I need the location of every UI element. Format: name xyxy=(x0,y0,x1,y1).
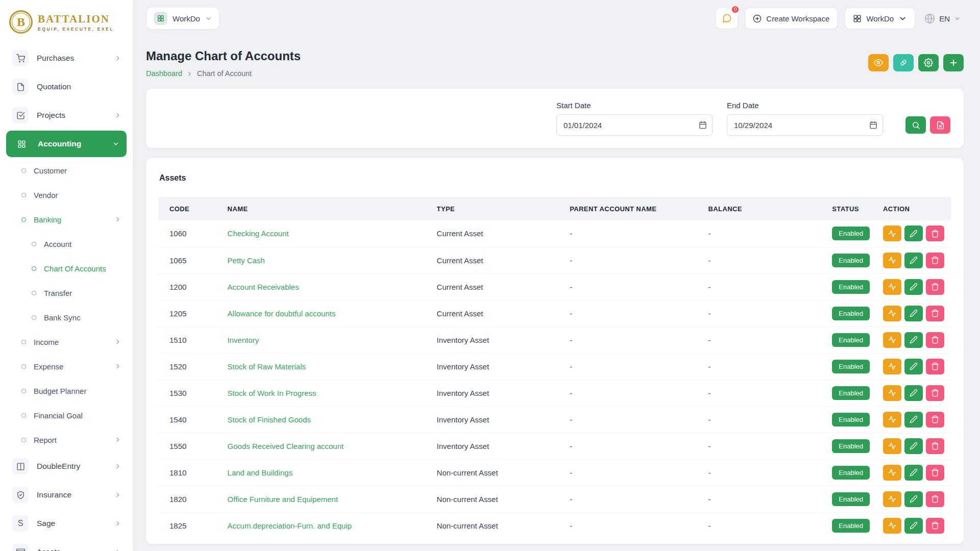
trash-icon xyxy=(931,442,939,450)
delete-button[interactable] xyxy=(926,412,944,428)
breadcrumb-dashboard-link[interactable]: Dashboard xyxy=(146,69,182,78)
edit-button[interactable] xyxy=(904,385,923,401)
sidebar-item-transfer[interactable]: Transfer xyxy=(0,281,133,305)
delete-button[interactable] xyxy=(926,359,944,374)
search-button[interactable] xyxy=(905,116,926,134)
journal-entry-button[interactable] xyxy=(883,518,901,534)
add-account-button[interactable] xyxy=(943,54,964,71)
end-date-field: End Date xyxy=(727,101,883,136)
sidebar-item-doubleentry[interactable]: DoubleEntry xyxy=(0,452,133,481)
account-name-link[interactable]: Petty Cash xyxy=(228,256,265,265)
status-badge: Enabled xyxy=(832,360,870,373)
journal-entry-button[interactable] xyxy=(883,253,901,268)
delete-button[interactable] xyxy=(926,465,944,481)
account-name-link[interactable]: Checking Account xyxy=(228,229,289,238)
delete-button[interactable] xyxy=(926,253,944,268)
journal-entry-button[interactable] xyxy=(883,359,901,374)
sidebar-item-insurance[interactable]: Insurance xyxy=(0,481,133,509)
start-date-input[interactable] xyxy=(556,114,713,136)
account-name-link[interactable]: Land and Buildings xyxy=(228,468,293,477)
edit-button[interactable] xyxy=(904,359,923,374)
sidebar-item-bank-sync[interactable]: Bank Sync xyxy=(0,305,133,330)
messages-button[interactable]: 0 xyxy=(716,8,738,29)
sidebar-item-label: Accounting xyxy=(38,139,104,148)
import-button[interactable] xyxy=(893,54,914,71)
table-header-row: CODENAMETYPEPARENT ACCOUNT NAMEBALANCEST… xyxy=(158,197,951,220)
sidebar-item-assets[interactable]: Assets xyxy=(0,538,133,551)
journal-entry-button[interactable] xyxy=(883,332,901,348)
sidebar-item-vendor[interactable]: Vendor xyxy=(0,183,133,207)
journal-entry-button[interactable] xyxy=(883,412,901,428)
sidebar-item-financial-goal[interactable]: Financial Goal xyxy=(0,403,133,428)
delete-button[interactable] xyxy=(926,518,944,534)
workspace-select[interactable]: WorkDo xyxy=(147,8,219,29)
sidebar-item-report[interactable]: Report xyxy=(0,428,133,452)
account-name-link[interactable]: Stock of Finished Goods xyxy=(228,415,311,424)
language-select[interactable]: EN xyxy=(922,8,963,29)
edit-button[interactable] xyxy=(904,253,923,268)
account-parent-name: - xyxy=(561,247,700,273)
sidebar-item-projects[interactable]: Projects xyxy=(0,101,133,130)
settings-button[interactable] xyxy=(918,54,939,71)
delete-button[interactable] xyxy=(926,279,944,295)
delete-button[interactable] xyxy=(926,385,944,401)
journal-entry-button[interactable] xyxy=(883,491,901,507)
edit-button[interactable] xyxy=(904,332,923,348)
sidebar-item-banking[interactable]: Banking xyxy=(0,207,133,232)
sidebar-item-sage[interactable]: S Sage xyxy=(0,509,133,538)
edit-button[interactable] xyxy=(904,306,923,321)
edit-button[interactable] xyxy=(904,438,923,454)
edit-button[interactable] xyxy=(904,465,923,481)
sidebar-item-accounting[interactable]: Accounting xyxy=(6,131,127,157)
delete-button[interactable] xyxy=(926,491,944,507)
account-name-link[interactable]: Inventory xyxy=(228,336,259,344)
end-date-input[interactable] xyxy=(727,114,883,136)
account-name-link[interactable]: Accum.depreciation-Furn. and Equip xyxy=(228,521,352,530)
account-name-link[interactable]: Account Receivables xyxy=(228,283,299,291)
sidebar-item-quotation[interactable]: Quotation xyxy=(0,72,133,101)
row-actions xyxy=(883,332,946,348)
columns-icon xyxy=(12,458,29,474)
journal-entry-button[interactable] xyxy=(883,385,901,401)
delete-button[interactable] xyxy=(926,226,944,241)
page-actions xyxy=(868,54,964,71)
edit-button[interactable] xyxy=(904,279,923,295)
journal-entry-button[interactable] xyxy=(883,226,901,241)
column-header: TYPE xyxy=(429,197,562,220)
edit-button[interactable] xyxy=(904,412,923,428)
journal-entry-button[interactable] xyxy=(883,306,901,321)
account-name-link[interactable]: Office Furniture and Equipement xyxy=(228,495,338,504)
row-actions xyxy=(883,359,946,374)
sidebar-item-chart-of-accounts[interactable]: Chart Of Accounts xyxy=(0,256,133,281)
account-balance: - xyxy=(700,512,824,539)
sidebar-item-customer[interactable]: Customer xyxy=(0,158,133,183)
journal-entry-button[interactable] xyxy=(883,438,901,454)
delete-button[interactable] xyxy=(926,332,944,348)
accounts-table-body: 1060Checking AccountCurrent Asset--Enabl… xyxy=(158,220,951,539)
edit-button[interactable] xyxy=(904,518,923,534)
edit-button[interactable] xyxy=(904,226,923,241)
sidebar-item-income[interactable]: Income xyxy=(0,330,133,354)
account-name-link[interactable]: Stock of Raw Materials xyxy=(228,362,306,371)
app-root: B BATTALION EQUIP, EXECUTE, EXEL Purchas… xyxy=(0,0,980,551)
delete-button[interactable] xyxy=(926,438,944,454)
brand-logo: B xyxy=(9,10,33,34)
sidebar-item-expense[interactable]: Expense xyxy=(0,354,133,379)
sidebar-item-budget-planner[interactable]: Budget Planner xyxy=(0,379,133,403)
account-name-link[interactable]: Allowance for doubtful accounts xyxy=(228,309,336,318)
account-name-link[interactable]: Goods Received Clearing account xyxy=(228,442,344,450)
user-workspace-menu[interactable]: WorkDo xyxy=(845,8,915,29)
trash-icon xyxy=(931,468,939,477)
sidebar-item-purchases[interactable]: Purchases xyxy=(0,44,133,72)
preview-button[interactable] xyxy=(868,54,889,71)
account-code: 1200 xyxy=(158,273,219,300)
account-type: Inventory Asset xyxy=(429,327,562,353)
reset-filter-button[interactable] xyxy=(930,116,950,134)
sidebar-item-account[interactable]: Account xyxy=(0,232,133,256)
delete-button[interactable] xyxy=(926,306,944,321)
account-name-link[interactable]: Stock of Work In Progress xyxy=(228,389,316,397)
journal-entry-button[interactable] xyxy=(883,279,901,295)
edit-button[interactable] xyxy=(904,491,923,507)
create-workspace-button[interactable]: Create Workspace xyxy=(745,8,838,29)
journal-entry-button[interactable] xyxy=(883,465,901,481)
